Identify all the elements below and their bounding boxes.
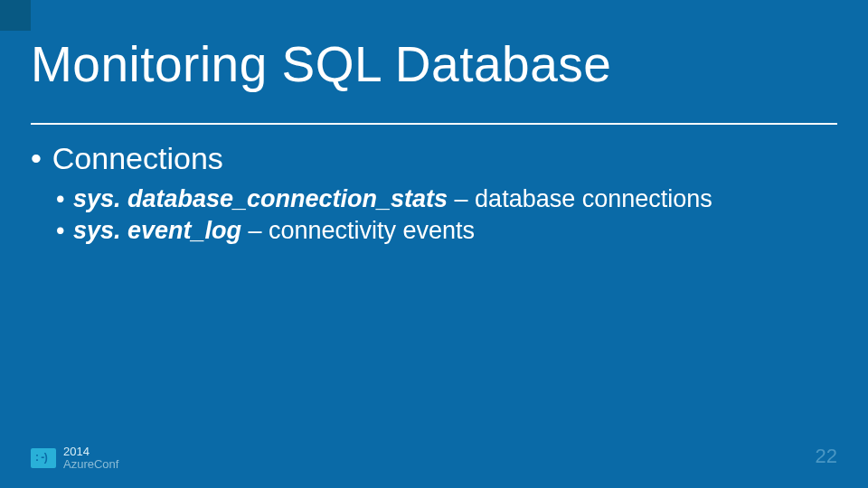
footer-year: 2014	[63, 446, 118, 457]
desc-text: – connectivity events	[241, 217, 475, 244]
bullet-level2-group: •sys. database_connection_stats – databa…	[56, 183, 837, 246]
logo-face-icon: : -)	[35, 452, 47, 463]
bullet-level2-item: •sys. event_log – connectivity events	[56, 215, 837, 247]
bullet-dot-icon: •	[31, 141, 52, 176]
bullet-level1: •Connections	[31, 141, 837, 176]
conference-logo-icon: : -)	[31, 448, 56, 468]
slide: Monitoring SQL Database •Connections •sy…	[0, 0, 868, 488]
bullet-dot-icon: •	[56, 183, 73, 215]
term-text: sys. database_connection_stats	[73, 185, 448, 212]
top-accent-box	[0, 0, 31, 31]
page-number: 22	[816, 445, 837, 468]
title-divider	[31, 123, 837, 125]
slide-content: •Connections •sys. database_connection_s…	[31, 141, 837, 246]
footer-text: 2014 AzureConf	[63, 446, 118, 470]
desc-text: – database connections	[448, 185, 712, 212]
bullet-level1-text: Connections	[52, 141, 223, 175]
bullet-dot-icon: •	[56, 215, 73, 247]
term-text: sys. event_log	[73, 217, 241, 244]
slide-title: Monitoring SQL Database	[31, 40, 611, 89]
bullet-level2-item: •sys. database_connection_stats – databa…	[56, 183, 837, 215]
footer-logo: : -) 2014 AzureConf	[31, 446, 118, 470]
footer-conference-name: AzureConf	[63, 458, 118, 470]
